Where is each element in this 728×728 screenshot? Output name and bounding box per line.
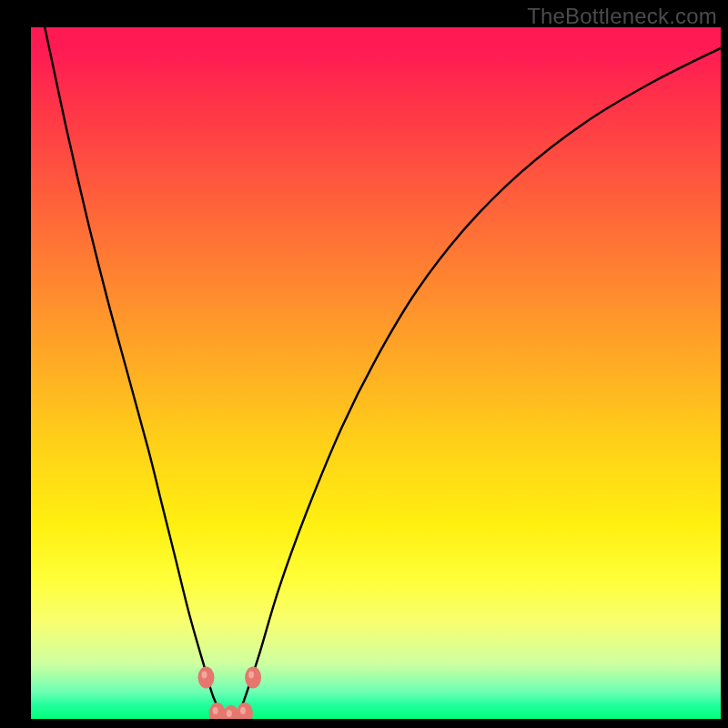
marker-right-foot: [237, 703, 253, 719]
chart-frame: TheBottleneck.com: [0, 0, 728, 728]
marker-left-foot: [209, 703, 226, 719]
curve-layer: [31, 27, 721, 719]
curve-markers: [198, 666, 262, 719]
marker-highlight: [213, 707, 218, 714]
marker-highlight: [202, 671, 207, 678]
marker-right-shoulder-top: [245, 666, 261, 688]
marker-mid-foot: [223, 705, 239, 719]
marker-highlight: [240, 707, 246, 714]
watermark-text: TheBottleneck.com: [527, 4, 717, 29]
marker-highlight: [227, 710, 232, 717]
bottleneck-curve: [31, 27, 721, 719]
plot-area: [31, 27, 721, 719]
marker-highlight: [248, 671, 254, 678]
marker-left-shoulder-top: [198, 666, 215, 688]
